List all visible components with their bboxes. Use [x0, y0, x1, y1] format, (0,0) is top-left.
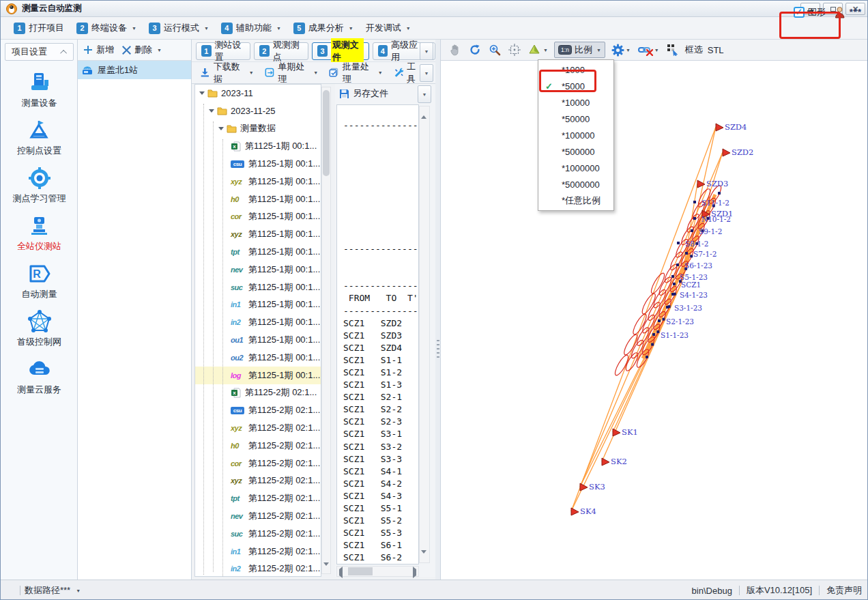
- scale-menu-item[interactable]: *任意比例: [538, 192, 613, 209]
- box-select-icon[interactable]: [665, 42, 680, 58]
- tree-file-item[interactable]: nev第1125-1期 00:1...: [195, 261, 321, 278]
- tree-vertical-scrollbar[interactable]: [321, 87, 331, 574]
- save-as-button[interactable]: 另存文件: [339, 87, 388, 100]
- tree-file-item[interactable]: h0第1125-2期 02:1...: [195, 437, 321, 455]
- tree-file-item[interactable]: ou2第1125-1期 00:1...: [195, 349, 321, 367]
- file-tree[interactable]: 2023-112023-11-25测量数据x第1125-1期 00:1...cs…: [194, 84, 321, 577]
- add-station-button[interactable]: 新增: [83, 44, 114, 56]
- panel-splitter[interactable]: [435, 40, 441, 580]
- scale-menu-item[interactable]: *50000: [538, 111, 613, 127]
- menu-item-6[interactable]: 开发调试▼: [360, 19, 417, 37]
- sidebar-item-2[interactable]: 控制点设置: [1, 113, 78, 161]
- sidebar-item-6[interactable]: 首级控制网: [1, 304, 78, 352]
- tree-folder-2023-11-25[interactable]: 2023-11-25: [195, 102, 321, 120]
- tree-expander-icon[interactable]: [209, 109, 214, 113]
- scale-menu-item[interactable]: *1000: [538, 61, 613, 78]
- tree-file-item[interactable]: cor第1125-2期 02:1...: [195, 455, 321, 472]
- tree-expander-icon[interactable]: [199, 91, 205, 95]
- sidebar-item-3[interactable]: 测点学习管理: [1, 161, 78, 209]
- tree-file-item[interactable]: suc第1125-1期 00:1...: [195, 278, 321, 296]
- tree-file-item[interactable]: xyz第1125-1期 00:1...: [195, 225, 321, 243]
- tree-file-item[interactable]: log第1125-1期 00:1...: [195, 367, 321, 384]
- tree-file-item[interactable]: in1第1125-2期 02:1...: [195, 543, 321, 560]
- scale-menu-item[interactable]: *5000000: [538, 176, 613, 192]
- control-network-icon: [27, 309, 52, 334]
- unlink-icon[interactable]: ▼: [637, 42, 661, 58]
- tree-file-item[interactable]: nev第1125-2期 02:1...: [195, 507, 321, 525]
- csu-file-icon: csu: [231, 407, 244, 414]
- tree-guide-line: [213, 122, 214, 572]
- sidebar-item-4[interactable]: 全站仪测站: [1, 209, 78, 257]
- tree-file-item[interactable]: xyz第1125-1期 00:1...: [195, 173, 321, 190]
- sidebar-item-7[interactable]: 测量云服务: [1, 352, 78, 400]
- fit-view-icon[interactable]: [507, 42, 522, 58]
- delete-station-button[interactable]: 删除 ▼: [122, 44, 162, 56]
- scale-menu-item[interactable]: *100000: [538, 127, 613, 143]
- tree-file-item[interactable]: csu第1125-2期 02:1...: [195, 401, 321, 419]
- tab-1[interactable]: 1测站设置: [196, 42, 250, 60]
- tree-file-item[interactable]: ou1第1125-1期 00:1...: [195, 331, 321, 349]
- tree-file-item[interactable]: csu第1125-1期 00:1...: [195, 155, 321, 173]
- single-period-icon: [265, 67, 275, 78]
- graphics-panel: ▼ 1:n 比例 ▼ ▼ ▼ 框选 STL: [441, 40, 868, 580]
- tab-3[interactable]: 3观测文件: [312, 42, 369, 60]
- zoom-icon[interactable]: [487, 42, 502, 58]
- tree-folder-2023-11[interactable]: 2023-11: [195, 85, 321, 102]
- toolbar-button-1[interactable]: 下载数据▼: [196, 64, 258, 82]
- file-content-panel: 另存文件 ▼ ------------------------ --------…: [335, 84, 435, 577]
- tree-file-item[interactable]: x第1125-2期 02:1...: [195, 384, 321, 402]
- tree-file-item[interactable]: tpt第1125-2期 02:1...: [195, 489, 321, 507]
- menu-item-5[interactable]: 5成果分析▼: [287, 19, 360, 37]
- stl-label[interactable]: STL: [708, 45, 724, 55]
- tree-file-item[interactable]: in2第1125-2期 02:1...: [195, 560, 321, 577]
- 3d-view-icon[interactable]: ▼: [527, 42, 549, 58]
- sidebar-item-1[interactable]: 测量设备: [1, 66, 78, 113]
- menu-item-3[interactable]: 3运行模式▼: [143, 19, 215, 37]
- tree-file-item[interactable]: suc第1125-2期 02:1...: [195, 525, 321, 543]
- svg-text:SZD2: SZD2: [732, 147, 753, 157]
- tree-folder-测量数据[interactable]: 测量数据: [195, 120, 321, 138]
- toolbar-overflow-button[interactable]: ▼: [420, 64, 433, 82]
- tree-file-item[interactable]: in2第1125-1期 00:1...: [195, 313, 321, 331]
- sidebar-item-5[interactable]: R自动测量: [1, 257, 78, 304]
- text-horizontal-scrollbar[interactable]: [336, 566, 419, 577]
- menu-item-1[interactable]: 1打开项目: [8, 19, 70, 37]
- station-list-item[interactable]: 屋盖北1站: [78, 61, 191, 79]
- toolbar-button-2[interactable]: 单期处理▼: [261, 64, 323, 82]
- menu-item-2[interactable]: 2终端设备▼: [70, 19, 143, 37]
- scale-menu-item[interactable]: *10000: [538, 94, 613, 111]
- save-row-overflow-button[interactable]: ▼: [418, 85, 431, 103]
- menu-item-4[interactable]: 4辅助功能▼: [215, 19, 287, 37]
- disclaimer-link[interactable]: 免责声明: [826, 584, 862, 597]
- tree-file-item[interactable]: tpt第1125-1期 00:1...: [195, 243, 321, 261]
- tpt-file-icon: tpt: [231, 494, 247, 502]
- toolbar-button-3[interactable]: 批量处理▼: [325, 64, 387, 82]
- text-vertical-scrollbar[interactable]: [419, 106, 430, 563]
- tree-expander-icon[interactable]: [218, 127, 224, 130]
- file-toolbar: 下载数据▼单期处理▼批量处理▼工具▼: [192, 62, 435, 84]
- scale-menu-item[interactable]: *1000000: [538, 160, 613, 176]
- user-icon[interactable]: [834, 6, 845, 18]
- data-path-label[interactable]: 数据路径***: [25, 584, 70, 597]
- pan-icon[interactable]: [448, 42, 463, 58]
- scale-menu-item[interactable]: ✓*5000: [538, 78, 613, 94]
- sidebar-header[interactable]: 项目设置: [5, 43, 74, 61]
- tree-file-item[interactable]: in1第1125-1期 00:1...: [195, 296, 321, 314]
- tree-file-item[interactable]: xyz第1125-2期 02:1...: [195, 472, 321, 490]
- station-panel: 新增 删除 ▼ 屋盖北1站: [78, 40, 192, 580]
- tree-file-item[interactable]: x第1125-1期 00:1...: [195, 137, 321, 155]
- rotate-icon[interactable]: [467, 42, 482, 58]
- settings-gear-icon[interactable]: ▼: [610, 42, 632, 58]
- scale-button[interactable]: 1:n 比例 ▼: [554, 42, 605, 58]
- tree-file-item[interactable]: h0第1125-1期 00:1...: [195, 190, 321, 208]
- tree-file-item[interactable]: cor第1125-1期 00:1...: [195, 208, 321, 226]
- network-plot[interactable]: SZD4SZD2SZD3SZD1SK1SK2SK3SK4S11-1-2N10-1…: [441, 61, 868, 580]
- box-select-label[interactable]: 框选: [685, 44, 703, 56]
- x-icon: [122, 46, 131, 55]
- scale-menu-item[interactable]: *500000: [538, 143, 613, 160]
- tab-2[interactable]: 2观测测点: [254, 42, 308, 60]
- observation-file-text[interactable]: ------------------------ ---------------…: [336, 104, 419, 565]
- graphics-checkbox[interactable]: ✓ 图形: [790, 4, 830, 20]
- tabbar-overflow-button[interactable]: ▼: [420, 42, 433, 60]
- tree-file-item[interactable]: xyz第1125-2期 02:1...: [195, 419, 321, 437]
